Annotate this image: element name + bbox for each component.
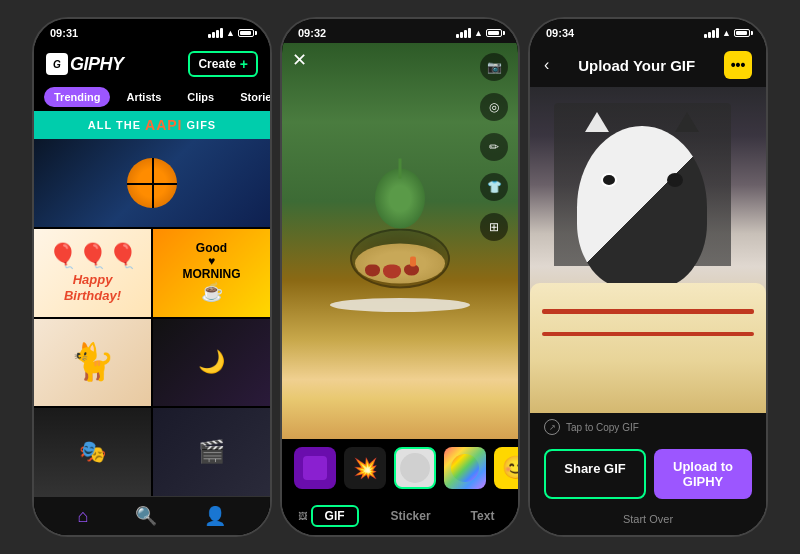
battery-icon-2 [486, 29, 502, 37]
status-icons-1: ▲ [208, 28, 254, 38]
rainbow-icon [451, 454, 479, 482]
wifi-icon-2: ▲ [474, 28, 483, 38]
mug-icon: ☕ [201, 281, 223, 303]
gif-cell-dark2[interactable]: 🎭 [34, 408, 151, 496]
nav-trending[interactable]: Trending [44, 87, 110, 107]
sticker-explosion[interactable]: 💥 [344, 447, 386, 489]
left-eye [603, 175, 615, 185]
blanket-stripe-1 [542, 309, 754, 314]
banner-suffix: GIFS [187, 119, 217, 131]
gif-cell-basketball[interactable] [34, 139, 270, 227]
status-icons-2: ▲ [456, 28, 502, 38]
signal-icon-3 [704, 28, 719, 38]
sticker-white[interactable] [394, 447, 436, 489]
phone-giphy-home: 09:31 ▲ G GIPHY [32, 17, 272, 537]
time-2: 09:32 [298, 27, 326, 39]
upload-title: Upload Your GIF [578, 57, 695, 74]
gif-cell-extra[interactable]: 🎬 [153, 408, 270, 496]
tab-sticker[interactable]: Sticker [383, 505, 439, 527]
explosion-icon: 💥 [353, 456, 378, 480]
battery-icon-3 [734, 29, 750, 37]
nav-artists[interactable]: Artists [116, 87, 171, 107]
camera-view[interactable]: ✕ 📷 ◎ ✏ 👕 ⊞ [282, 43, 518, 439]
gif-cell-dark1[interactable]: 🌙 [153, 319, 270, 407]
giphy-logo: G GIPHY [46, 53, 124, 75]
search-icon[interactable]: 🔍 [135, 505, 157, 527]
camera-flip-icon[interactable]: 📷 [480, 53, 508, 81]
aapi-text: AAPI [145, 117, 182, 133]
nav-clips[interactable]: Clips [177, 87, 224, 107]
dark-gif-1: 🌙 [153, 319, 270, 407]
gif-cell-birthday[interactable]: 🎈🎈🎈 HappyBirthday! [34, 229, 151, 317]
cat-photo [530, 87, 766, 413]
left-ear [585, 112, 609, 132]
dark-gif-2: 🎭 [34, 408, 151, 496]
terrarium-scene [340, 159, 460, 309]
rocks [365, 265, 419, 279]
plate [330, 298, 470, 312]
sticker-purple-icon [303, 456, 327, 480]
cat-area [577, 126, 707, 289]
start-over[interactable]: Start Over [530, 507, 766, 535]
signal-icon-1 [208, 28, 223, 38]
plant [370, 159, 430, 239]
sticker-purple[interactable] [294, 447, 336, 489]
circle-icon [400, 453, 430, 483]
nav-stories[interactable]: Stories [230, 87, 270, 107]
balloon-icon: 🎈🎈🎈 [48, 242, 138, 270]
camera-right-tools: 📷 ◎ ✏ 👕 ⊞ [480, 53, 508, 241]
giphy-logo-icon: G [46, 53, 68, 75]
giphy-nav: Trending Artists Clips Stories Stickers [34, 83, 270, 111]
more-options-button[interactable]: ••• [724, 51, 752, 79]
sticker-smiley[interactable]: 😊 [494, 447, 518, 489]
tab-gif-container: 🖼 GIF [298, 505, 359, 527]
edit-icon[interactable]: ✏ [480, 133, 508, 161]
extra-gif: 🎬 [153, 408, 270, 496]
copy-circle-icon: ↗ [544, 419, 560, 435]
status-icons-3: ▲ [704, 28, 750, 38]
right-ear [675, 112, 699, 132]
plus-icon: + [240, 56, 248, 72]
gif-tab-bar: 🖼 GIF Sticker Text [282, 497, 518, 535]
crop-icon[interactable]: ⊞ [480, 213, 508, 241]
action-buttons: Share GIF Upload to GIPHY [530, 441, 766, 507]
filter-icon[interactable]: ◎ [480, 93, 508, 121]
phone2-content: ✕ 📷 ◎ ✏ 👕 ⊞ [282, 43, 518, 535]
status-bar-1: 09:31 ▲ [34, 19, 270, 43]
sticker-row: 💥 😊 [282, 439, 518, 497]
birthday-text: HappyBirthday! [64, 272, 121, 303]
share-gif-button[interactable]: Share GIF [544, 449, 646, 499]
status-bar-2: 09:32 ▲ [282, 19, 518, 43]
giphy-header: G GIPHY Create + [34, 43, 270, 83]
camera-close-button[interactable]: ✕ [292, 49, 307, 71]
tab-text[interactable]: Text [463, 505, 503, 527]
morning-text: Good♥MORNING [183, 242, 241, 282]
phone3-content: ‹ Upload Your GIF ••• [530, 43, 766, 535]
phone-camera: 09:32 ▲ ✕ 📷 [280, 17, 520, 537]
copy-gif-hint[interactable]: ↗ Tap to Copy GIF [530, 413, 766, 441]
right-eye [669, 175, 681, 185]
gif-cell-cat[interactable]: 🐈 [34, 319, 151, 407]
wifi-icon-1: ▲ [226, 28, 235, 38]
banner-prefix: ALL THE [88, 119, 141, 131]
cat-emoji: 🐈 [34, 319, 151, 407]
tab-gif[interactable]: GIF [311, 505, 359, 527]
status-bar-3: 09:34 ▲ [530, 19, 766, 43]
profile-icon[interactable]: 👤 [204, 505, 226, 527]
dots-icon: ••• [731, 57, 746, 73]
sticker-rainbow[interactable] [444, 447, 486, 489]
time-1: 09:31 [50, 27, 78, 39]
home-icon[interactable]: ⌂ [78, 506, 89, 527]
gif-cell-morning[interactable]: Good♥MORNING ☕ [153, 229, 270, 317]
create-label: Create [198, 57, 235, 71]
signal-icon-2 [456, 28, 471, 38]
smiley-icon: 😊 [502, 455, 519, 481]
image-icon: 🖼 [298, 511, 307, 521]
upload-giphy-button[interactable]: Upload to GIPHY [654, 449, 752, 499]
tiny-figure [410, 257, 416, 267]
back-button[interactable]: ‹ [544, 56, 549, 74]
create-button[interactable]: Create + [188, 51, 258, 77]
wifi-icon-3: ▲ [722, 28, 731, 38]
blanket-area [530, 283, 766, 413]
shirt-icon[interactable]: 👕 [480, 173, 508, 201]
